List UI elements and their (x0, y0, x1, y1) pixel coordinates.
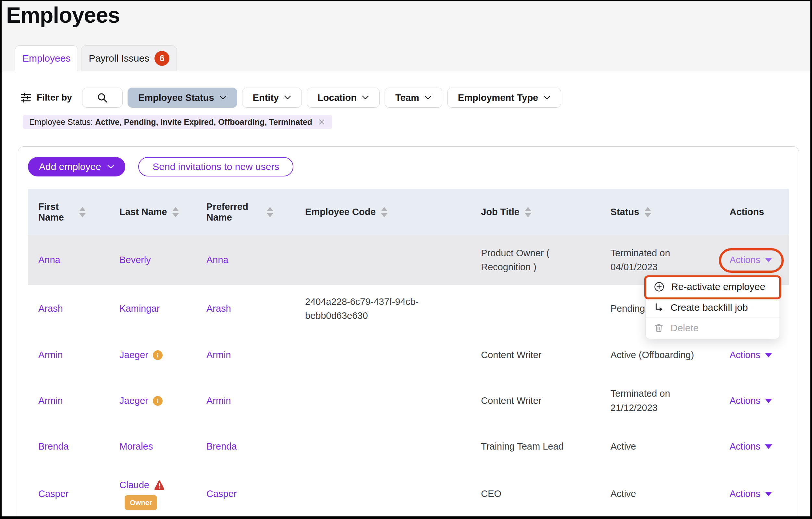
actions-button[interactable]: Actions (730, 253, 772, 267)
preferred-name-link[interactable]: Arash (206, 302, 305, 316)
first-name-link[interactable]: Casper (38, 487, 119, 501)
preferred-name-link[interactable]: Brenda (206, 439, 305, 454)
filter-dropdown-location[interactable]: Location (307, 88, 380, 108)
payroll-issues-count-badge: 6 (154, 51, 169, 66)
card-toolbar: Add employee Send invitations to new use… (28, 157, 789, 177)
filter-chip-employee-status: Employee Status: Active, Pending, Invite… (23, 115, 332, 129)
preferred-name-link[interactable]: Casper (206, 487, 305, 501)
status-cell: Active (610, 439, 730, 454)
chevron-down-icon (220, 95, 227, 100)
first-name-link[interactable]: Brenda (38, 439, 119, 454)
filter-dropdown-team[interactable]: Team (384, 88, 442, 108)
table-row: Casper Claude Owner (28, 469, 789, 519)
last-name-link[interactable]: Kamingar (119, 302, 206, 316)
actions-button[interactable]: Actions (730, 439, 772, 454)
actions-caret-icon (765, 399, 772, 403)
column-header-status[interactable]: Status (610, 207, 730, 217)
chevron-down-icon (284, 95, 291, 100)
info-icon[interactable] (153, 396, 163, 406)
backfill-arrow-icon (654, 302, 664, 313)
filter-bar: Filter by Employee Status Entity Locatio… (20, 88, 810, 108)
tab-employees-label: Employees (22, 53, 70, 64)
employees-page: Employees Employees Payroll Issues 6 Fil… (0, 0, 812, 519)
chevron-down-icon (543, 95, 550, 100)
last-name-link[interactable]: Jaeger (119, 348, 148, 362)
table-header: First Name Last Name Preferred Name Empl… (28, 189, 789, 235)
sort-icon (267, 207, 273, 217)
actions-caret-icon (765, 445, 772, 449)
menu-item-reactivate-employee[interactable]: Re-activate employee (646, 276, 780, 298)
add-employee-button[interactable]: Add employee (28, 157, 125, 177)
column-header-preferred-name[interactable]: Preferred Name (206, 202, 305, 223)
preferred-name-link[interactable]: Armin (206, 394, 305, 408)
preferred-name-link[interactable]: Armin (206, 348, 305, 362)
employee-code-cell: 2404a228-6c79-437f-94cb-bebb0d63e630 (305, 295, 481, 323)
sort-icon (172, 207, 179, 217)
filter-sliders-icon (20, 92, 32, 103)
preferred-name-link[interactable]: Anna (206, 253, 305, 267)
page-header: Employees Employees Payroll Issues 6 (2, 1, 810, 71)
owner-badge: Owner (125, 495, 157, 510)
last-name-link[interactable]: Beverly (119, 253, 206, 267)
menu-item-create-backfill-job[interactable]: Create backfill job (646, 298, 780, 317)
plus-circle-icon (654, 281, 665, 292)
last-name-link[interactable]: Morales (119, 439, 206, 454)
status-cell: Terminated on 04/01/2023 (610, 246, 730, 274)
sort-icon (79, 207, 86, 217)
chevron-down-icon (362, 95, 369, 100)
menu-item-delete: Delete (646, 318, 780, 338)
first-name-link[interactable]: Armin (38, 394, 119, 408)
table-row: Armin Jaeger Armin Content Writer Termin… (28, 378, 789, 424)
tab-payroll-issues[interactable]: Payroll Issues 6 (81, 45, 177, 71)
chip-close-icon[interactable] (317, 118, 326, 126)
job-title-cell: Training Team Lead (481, 439, 610, 454)
last-name-link[interactable]: Claude (119, 478, 149, 492)
column-header-first-name[interactable]: First Name (38, 202, 119, 223)
last-name-link[interactable]: Jaeger (119, 394, 148, 408)
filter-dropdown-entity[interactable]: Entity (242, 88, 302, 108)
status-cell: Terminated on 21/12/2023 (610, 387, 730, 415)
job-title-cell: CEO (481, 487, 610, 501)
table-row: Armin Jaeger Armin Content Writer Active… (28, 333, 789, 378)
send-invitations-button[interactable]: Send invitations to new users (138, 157, 293, 177)
first-name-link[interactable]: Arash (38, 302, 119, 316)
tab-employees[interactable]: Employees (15, 45, 78, 71)
page-title: Employees (2, 1, 810, 28)
column-header-actions: Actions (730, 207, 789, 217)
column-header-employee-code[interactable]: Employee Code (305, 207, 481, 217)
actions-caret-icon (765, 258, 772, 263)
chevron-down-icon (425, 95, 432, 100)
warning-icon[interactable] (154, 480, 165, 490)
info-icon[interactable] (153, 350, 163, 360)
actions-button[interactable]: Actions (730, 394, 772, 408)
active-filters-row: Employee Status: Active, Pending, Invite… (23, 115, 810, 129)
first-name-link[interactable]: Armin (38, 348, 119, 362)
search-icon (96, 92, 108, 103)
search-button[interactable] (82, 88, 123, 108)
actions-menu: Re-activate employee Create backfill job… (645, 275, 780, 339)
job-title-cell: Content Writer (481, 348, 610, 362)
filter-dropdown-employee-status[interactable]: Employee Status (127, 88, 237, 108)
actions-caret-icon (765, 492, 772, 496)
column-header-last-name[interactable]: Last Name (119, 207, 206, 217)
table-row: Brenda Morales Brenda Training Team Lead… (28, 424, 789, 469)
sort-icon (525, 207, 531, 217)
first-name-link[interactable]: Anna (38, 253, 119, 267)
job-title-cell: Content Writer (481, 394, 610, 408)
actions-button[interactable]: Actions (730, 348, 772, 362)
chevron-down-icon (107, 164, 114, 169)
job-title-cell: Product Owner ( Recognition ) (481, 246, 610, 274)
trash-icon (654, 323, 664, 333)
actions-caret-icon (765, 353, 772, 358)
filter-by-label: Filter by (20, 92, 72, 103)
filter-dropdown-employment-type[interactable]: Employment Type (447, 88, 561, 108)
filter-chip-text: Employee Status: Active, Pending, Invite… (29, 117, 312, 127)
actions-button[interactable]: Actions (730, 487, 772, 501)
column-header-job-title[interactable]: Job Title (481, 207, 610, 217)
tab-payroll-issues-label: Payroll Issues (89, 53, 149, 64)
status-cell: Active (610, 487, 730, 501)
sort-icon (644, 207, 651, 217)
tab-bar: Employees Payroll Issues 6 (15, 45, 177, 71)
sort-icon (381, 207, 387, 217)
status-cell: Active (Offboarding) (610, 348, 730, 362)
